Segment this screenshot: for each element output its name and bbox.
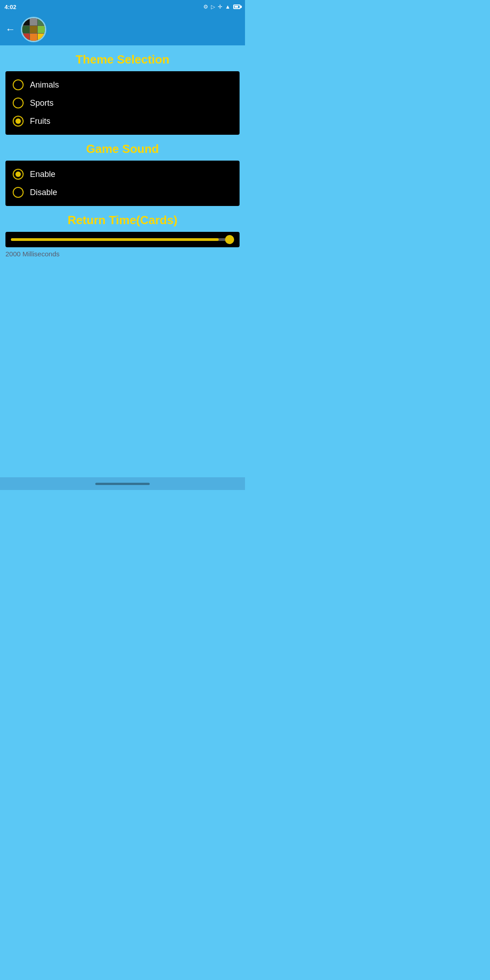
slider-thumb[interactable]: [225, 235, 234, 244]
settings-icon: ⚙: [203, 4, 208, 10]
return-time-title: Return Time(Cards): [5, 213, 240, 227]
theme-selection-title: Theme Selection: [5, 53, 240, 67]
signal-icon: ▲: [225, 4, 230, 10]
theme-label-sports: Sports: [30, 98, 54, 108]
app-bar: ←: [0, 14, 245, 45]
theme-option-animals[interactable]: Animals: [13, 76, 232, 94]
game-sound-panel: Enable Disable: [5, 161, 240, 206]
nav-bar: [0, 477, 245, 490]
theme-label-fruits: Fruits: [30, 117, 50, 126]
status-icons: ⚙ ▷ ✛ ▲: [203, 4, 240, 10]
sound-option-disable[interactable]: Disable: [13, 183, 232, 201]
sound-radio-enable: [13, 169, 24, 180]
game-sound-title: Game Sound: [5, 142, 240, 156]
sound-radio-disable: [13, 187, 24, 198]
slider-fill: [11, 238, 219, 241]
theme-option-fruits[interactable]: Fruits: [13, 112, 232, 130]
app-icon: [21, 17, 46, 42]
slider-track: [11, 238, 234, 241]
crosshair-icon: ✛: [218, 4, 222, 10]
status-bar: 4:02 ⚙ ▷ ✛ ▲: [0, 0, 245, 14]
theme-selection-panel: Animals Sports Fruits: [5, 71, 240, 135]
theme-label-animals: Animals: [30, 80, 59, 90]
play-icon: ▷: [211, 4, 215, 10]
theme-radio-animals: [13, 79, 24, 90]
theme-option-sports[interactable]: Sports: [13, 94, 232, 112]
status-time: 4:02: [5, 4, 16, 10]
slider-container[interactable]: [5, 232, 240, 247]
theme-radio-sports: [13, 98, 24, 108]
sound-label-disable: Disable: [30, 188, 57, 197]
sound-option-enable[interactable]: Enable: [13, 165, 232, 183]
back-button[interactable]: ←: [5, 24, 15, 34]
sound-label-enable: Enable: [30, 170, 55, 179]
slider-value: 2000 Milliseconds: [5, 250, 240, 258]
theme-radio-fruits: [13, 116, 24, 127]
return-time-section: Return Time(Cards) 2000 Milliseconds: [5, 213, 240, 258]
nav-pill: [95, 483, 150, 485]
main-content: Theme Selection Animals Sports Fruits Ga…: [0, 45, 245, 270]
battery-icon: [233, 5, 240, 9]
